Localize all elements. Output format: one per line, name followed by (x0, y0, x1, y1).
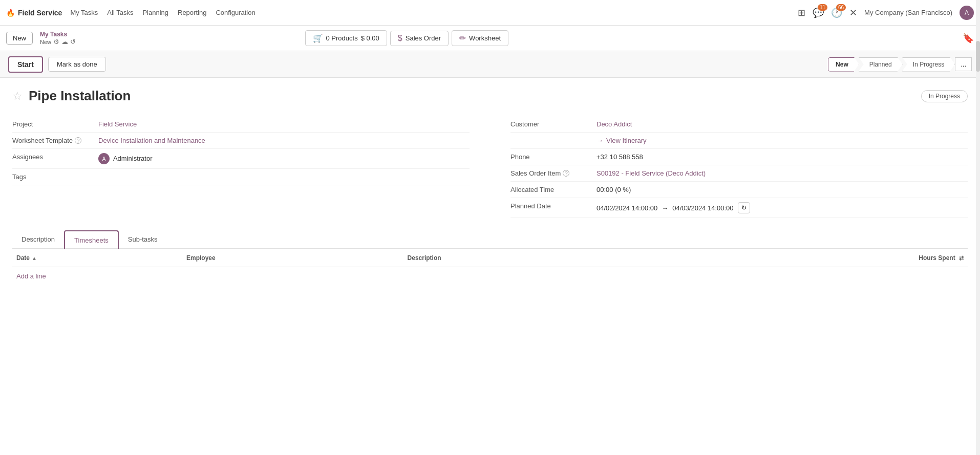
app-name: Field Service (18, 9, 62, 17)
planned-date-arrow: → (662, 204, 668, 212)
wrench-icon-wrapper[interactable]: ✕ (849, 7, 857, 18)
status-step-new[interactable]: New (828, 57, 859, 72)
add-line-row: Add a line (12, 267, 968, 286)
nav-configuration[interactable]: Configuration (216, 9, 255, 16)
breadcrumb-title[interactable]: My Tasks (40, 31, 76, 38)
toolbar-right: 🔖 (963, 33, 974, 44)
in-progress-badge: In Progress (921, 90, 968, 102)
mark-done-button[interactable]: Mark as done (48, 57, 106, 72)
project-field: Project Field Service (12, 116, 470, 133)
field-group-right: Customer Deco Addict → View Itinerary Ph… (500, 116, 968, 218)
products-amount: $ 0.00 (361, 34, 379, 42)
tags-field: Tags (12, 169, 470, 185)
allocated-time-label: Allocated Time (510, 186, 592, 193)
sales-order-button[interactable]: $ Sales Order (390, 31, 449, 46)
customer-value[interactable]: Deco Addict (596, 120, 632, 128)
view-itinerary-link[interactable]: → View Itinerary (596, 137, 647, 144)
date-sort-icon: ▲ (32, 255, 37, 261)
apps-icon: ⊞ (798, 7, 805, 18)
wrench-icon: ✕ (849, 7, 857, 18)
phone-value: +32 10 588 558 (596, 153, 643, 161)
tab-subtasks[interactable]: Sub-tasks (119, 230, 167, 249)
col-description[interactable]: Description (403, 249, 653, 267)
company-name[interactable]: My Company (San Francisco) (864, 9, 952, 16)
field-group-left: Project Field Service Worksheet Template… (12, 116, 480, 218)
timesheet-table: Date ▲ Employee Description Hours Spent … (12, 249, 968, 285)
cart-icon: 🛒 (313, 33, 323, 43)
assignees-field: Assignees A Administrator (12, 149, 470, 169)
scrollbar[interactable] (976, 0, 980, 385)
sales-order-help-icon[interactable]: ? (563, 170, 569, 177)
planned-date-field: Planned Date 04/02/2024 14:00:00 → 04/03… (510, 198, 968, 218)
sales-order-item-field: Sales Order Item ? S00192 - Field Servic… (510, 165, 968, 182)
arrow-right-icon: → (596, 137, 603, 144)
clock-icon-wrapper[interactable]: 🕐 66 (831, 7, 842, 18)
status-more-button[interactable]: ... (955, 57, 972, 71)
start-button[interactable]: Start (8, 56, 43, 73)
customer-label: Customer (510, 120, 592, 128)
toolbar: New My Tasks New ⚙ ☁ ↺ 🛒 0 Products $ 0.… (0, 26, 980, 51)
col-date[interactable]: Date ▲ (12, 249, 182, 267)
planned-date-label: Planned Date (510, 202, 592, 210)
allocated-time-value: 00:00 (0 %) (596, 186, 631, 193)
tab-timesheets[interactable]: Timesheets (64, 230, 119, 249)
scrollbar-thumb[interactable] (976, 41, 980, 72)
add-line-button[interactable]: Add a line (12, 267, 50, 285)
nav-links: My Tasks All Tasks Planning Reporting Co… (70, 9, 255, 16)
bookmark-icon[interactable]: 🔖 (963, 33, 974, 44)
apps-icon-wrapper[interactable]: ⊞ (798, 7, 805, 18)
assignees-value: A Administrator (98, 153, 152, 164)
reset-icon[interactable]: ↺ (70, 38, 76, 46)
app-logo[interactable]: 🔥 Field Service (6, 9, 62, 17)
status-step-inprogress[interactable]: In Progress (902, 57, 955, 72)
sales-order-item-value[interactable]: S00192 - Field Service (Deco Addict) (596, 169, 706, 177)
tags-label: Tags (12, 173, 94, 181)
main-content: ☆ Pipe Installation In Progress Project … (0, 78, 980, 385)
nav-reporting[interactable]: Reporting (178, 9, 206, 16)
col-employee[interactable]: Employee (182, 249, 403, 267)
chat-icon-wrapper[interactable]: 💬 11 (813, 7, 824, 18)
worksheet-button[interactable]: ✏ Worksheet (452, 30, 508, 46)
assignee-name[interactable]: Administrator (113, 155, 153, 162)
task-header: ☆ Pipe Installation In Progress (12, 88, 968, 104)
pencil-icon: ✏ (459, 33, 466, 43)
nav-planning[interactable]: Planning (142, 9, 168, 16)
settings-icon[interactable]: ⚙ (53, 38, 59, 46)
status-inprogress-label: In Progress (913, 61, 944, 68)
status-bar: New Planned In Progress ... (828, 57, 972, 72)
sales-order-item-label: Sales Order Item ? (510, 169, 592, 177)
project-value[interactable]: Field Service (98, 120, 137, 128)
worksheet-template-value[interactable]: Device Installation and Maintenance (98, 137, 205, 144)
planned-date-row: 04/02/2024 14:00:00 → 04/03/2024 14:00:0… (596, 202, 750, 213)
allocated-time-field: Allocated Time 00:00 (0 %) (510, 182, 968, 198)
new-button[interactable]: New (6, 32, 33, 45)
products-label: 0 Products (326, 34, 358, 42)
worksheet-help-icon[interactable]: ? (75, 137, 81, 144)
worksheet-template-label: Worksheet Template ? (12, 137, 94, 144)
breadcrumb-sub: New ⚙ ☁ ↺ (40, 38, 76, 46)
tab-description[interactable]: Description (12, 230, 64, 249)
customer-field: Customer Deco Addict (510, 116, 968, 133)
nav-all-tasks[interactable]: All Tasks (107, 9, 133, 16)
upload-icon[interactable]: ☁ (61, 38, 68, 46)
products-button[interactable]: 🛒 0 Products $ 0.00 (305, 30, 387, 46)
dollar-icon: $ (398, 34, 402, 43)
nav-my-tasks[interactable]: My Tasks (70, 9, 98, 16)
planned-date-end[interactable]: 04/03/2024 14:00:00 (672, 204, 733, 212)
col-hours-spent[interactable]: Hours Spent ⇄ (652, 249, 968, 267)
view-itinerary-text: View Itinerary (606, 137, 647, 144)
top-nav: 🔥 Field Service My Tasks All Tasks Plann… (0, 0, 980, 26)
star-icon[interactable]: ☆ (12, 90, 23, 103)
toolbar-center: 🛒 0 Products $ 0.00 $ Sales Order ✏ Work… (305, 30, 509, 46)
task-title: Pipe Installation (29, 88, 131, 104)
status-step-planned[interactable]: Planned (859, 57, 903, 72)
user-avatar[interactable]: A (960, 6, 974, 20)
sales-order-label: Sales Order (406, 34, 441, 42)
hours-adjust-icon[interactable]: ⇄ (959, 255, 964, 261)
planned-date-refresh-button[interactable]: ↻ (738, 202, 750, 213)
assignee-avatar: A (98, 153, 110, 164)
fields-grid: Project Field Service Worksheet Template… (12, 116, 968, 218)
action-bar: Start Mark as done New Planned In Progre… (0, 51, 980, 78)
chat-badge: 11 (818, 4, 827, 11)
planned-date-start[interactable]: 04/02/2024 14:00:00 (596, 204, 657, 212)
